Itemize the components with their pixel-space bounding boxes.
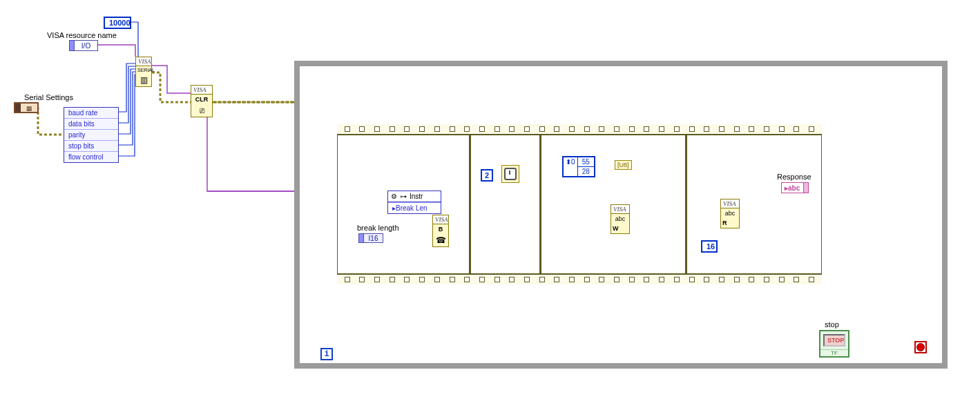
stop-circle-icon [916, 343, 925, 351]
constant-value: 10000 [109, 19, 131, 27]
control-direction-grip [359, 234, 364, 242]
numeric-constant-wait[interactable]: 2 [481, 169, 493, 182]
visa-write-node[interactable]: VISA abc W [611, 204, 630, 234]
constant-value: 16 [707, 242, 715, 251]
serial-settings-control[interactable]: ▦ [14, 102, 39, 113]
sequence-frame-2[interactable]: ⬍0 55 28 [U8] VISA abc W [541, 135, 687, 273]
visa-read-body: abc [721, 208, 739, 218]
visa-clr-body: CLR [191, 95, 212, 104]
unbundle-row-baud-rate[interactable]: baud rate [64, 108, 118, 119]
property-name: Break Len [396, 204, 427, 212]
visa-configure-serial-node[interactable]: VISA SERIAL ▥ [135, 57, 152, 87]
numeric-constant-read-bytes[interactable]: 16 [701, 240, 718, 253]
break-length-label: break length [357, 224, 399, 232]
phone-icon: ☎ [433, 234, 448, 246]
visa-node-subhead: SERIAL [136, 66, 151, 74]
wait-ms-node[interactable] [501, 165, 519, 183]
visa-node-head: VISA [433, 215, 448, 224]
array-index-value[interactable]: 0 [571, 158, 575, 166]
property-row-break-len[interactable]: ▸Break Len [388, 202, 441, 213]
array-spinner-icon[interactable]: ⬍ [566, 158, 571, 166]
break-length-control[interactable]: I16 [358, 233, 383, 243]
row-label: baud rate [68, 109, 97, 117]
visa-resource-name-control[interactable]: I/O [69, 40, 98, 51]
sequence-frame-3[interactable]: VISA abc R 16 Response ▸abc [687, 135, 821, 273]
u8-glyph: [U8] [617, 162, 629, 168]
visa-clear-node[interactable]: VISA CLR ⎚ [191, 85, 213, 117]
stop-button-face: STOP [823, 334, 845, 347]
tf-type-glyph: TF [820, 349, 848, 356]
response-indicator[interactable]: ▸abc [781, 182, 809, 193]
stop-button-control[interactable]: STOP TF [819, 330, 849, 358]
visa-node-head: VISA [136, 57, 151, 66]
visa-node-head: VISA [721, 199, 739, 208]
row-label: parity [68, 131, 85, 139]
visa-node-head: VISA [611, 205, 629, 214]
visa-read-tag: R [721, 218, 739, 228]
row-label: data bits [68, 120, 95, 128]
i16-type-glyph: I16 [364, 234, 383, 243]
response-label: Response [777, 173, 811, 181]
visa-property-node-break-len[interactable]: ⚙ ⊶ Instr ▸Break Len [387, 191, 441, 214]
unbundle-row-parity[interactable]: parity [64, 130, 118, 141]
visa-write-tag: W [611, 224, 629, 233]
abc-type-glyph: ▸abc [782, 184, 803, 193]
control-type-glyph: I/O [75, 41, 97, 50]
while-loop[interactable]: ⚙ ⊶ Instr ▸Break Len VISA B ☎ break leng… [294, 61, 948, 369]
unbundle-row-data-bits[interactable]: data bits [64, 119, 118, 130]
row-label: flow control [68, 153, 104, 161]
numeric-constant-timeout[interactable]: 10000 [104, 17, 131, 29]
block-diagram-canvas[interactable]: { "labels":{ "visa_resource_name":"VISA … [0, 0, 980, 419]
control-direction-grip [15, 104, 21, 112]
clock-icon [504, 168, 517, 180]
visa-node-head: VISA [191, 86, 212, 95]
byte-array-to-string-node[interactable]: [U8] [615, 160, 632, 170]
unbundle-row-flow-control[interactable]: flow control [64, 152, 118, 162]
visa-read-node[interactable]: VISA abc R [720, 199, 740, 228]
clr-icon: ⎚ [191, 104, 212, 117]
visa-resource-name-label: VISA resource name [47, 31, 117, 39]
visa-break-body: B [433, 224, 448, 234]
array-element-0[interactable]: 55 [578, 157, 594, 167]
row-label: stop bits [68, 142, 94, 150]
plug-icon: ⊶ [400, 193, 407, 200]
film-strip-bottom [337, 274, 822, 284]
property-node-header: ⚙ ⊶ Instr [388, 191, 441, 202]
loop-condition-terminal[interactable] [914, 341, 927, 353]
sequence-frame-1[interactable]: 2 [471, 135, 541, 273]
wrench-icon: ⚙ [391, 193, 397, 200]
visa-serial-break-node[interactable]: VISA B ☎ [432, 215, 449, 247]
visa-write-body: abc [611, 214, 629, 224]
sequence-frame-0[interactable]: ⚙ ⊶ Instr ▸Break Len VISA B ☎ break leng… [338, 135, 471, 273]
cluster-icon: ▦ [21, 104, 37, 112]
stop-label: stop [825, 320, 839, 329]
array-element-1[interactable]: 28 [578, 167, 594, 176]
flat-sequence-structure[interactable]: ⚙ ⊶ Instr ▸Break Len VISA B ☎ break leng… [337, 124, 822, 284]
loop-iteration-terminal[interactable]: i [320, 348, 333, 360]
serial-port-icon: ▥ [136, 74, 151, 86]
u8-array-constant[interactable]: ⬍0 55 28 [562, 156, 595, 177]
unbundle-row-stop-bits[interactable]: stop bits [64, 141, 118, 152]
unbundle-by-name[interactable]: baud rate data bits parity stop bits flo… [64, 107, 119, 163]
property-class-label: Instr [410, 193, 423, 200]
film-strip-top [337, 124, 822, 135]
indicator-direction-grip [803, 183, 808, 193]
iter-glyph: i [324, 349, 329, 359]
serial-settings-label: Serial Settings [24, 93, 73, 101]
control-direction-grip [70, 41, 75, 50]
constant-value: 2 [485, 171, 489, 179]
